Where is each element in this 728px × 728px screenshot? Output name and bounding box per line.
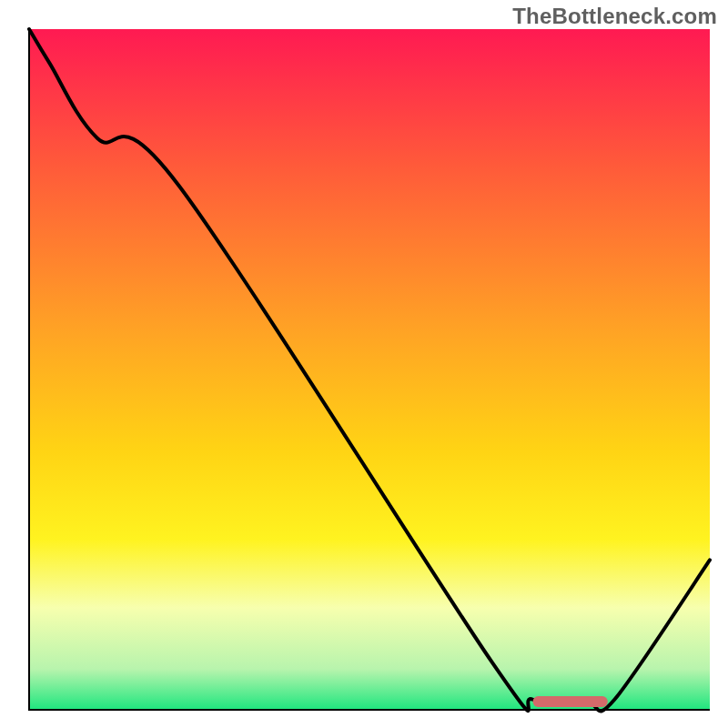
bottleneck-chart: TheBottleneck.com xyxy=(0,0,728,728)
optimal-range-marker xyxy=(533,696,608,707)
chart-svg xyxy=(0,0,728,728)
gradient-panel xyxy=(29,29,710,710)
watermark-label: TheBottleneck.com xyxy=(512,4,717,29)
